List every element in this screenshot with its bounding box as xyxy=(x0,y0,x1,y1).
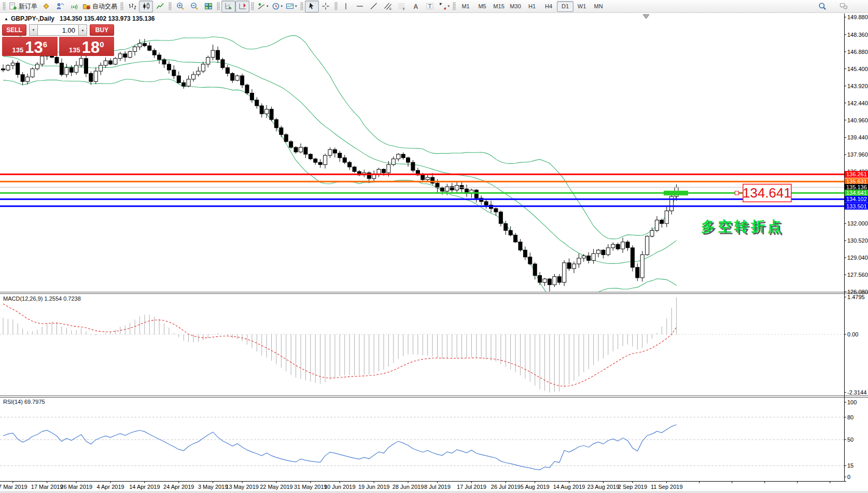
timeframe-m15-button[interactable]: M15 xyxy=(491,1,507,12)
trendline-button[interactable] xyxy=(367,1,381,12)
signals-button[interactable] xyxy=(67,1,81,12)
date-tick-label: 19 Jun 2019 xyxy=(358,484,390,490)
candle xyxy=(519,242,522,250)
candle xyxy=(206,57,210,64)
candle xyxy=(187,79,190,86)
templates-button[interactable]: ▾ xyxy=(284,1,299,12)
line-icon xyxy=(156,2,164,10)
annotation-text[interactable]: 多空转折点 xyxy=(701,219,784,234)
date-tick-label: 31 May 2019 xyxy=(294,484,327,490)
candle xyxy=(216,50,220,60)
candle xyxy=(221,60,225,68)
candle xyxy=(338,153,342,158)
candle xyxy=(69,68,73,73)
timeframe-m5-button[interactable]: M5 xyxy=(474,1,491,12)
candle xyxy=(553,277,556,285)
candle xyxy=(606,248,610,255)
price-tag-text: 134.102 xyxy=(846,196,867,202)
date-tick-label: 4 Apr 2019 xyxy=(96,484,124,490)
candle xyxy=(6,65,10,70)
candle xyxy=(309,154,312,159)
zoom-in-button[interactable] xyxy=(173,1,187,12)
chart-shift-button[interactable] xyxy=(235,1,249,12)
candle xyxy=(421,175,425,180)
zoom-out-button[interactable] xyxy=(187,1,201,12)
line-chart-button[interactable] xyxy=(153,1,167,12)
buy-price-figure: 135 xyxy=(69,46,80,54)
candle xyxy=(572,264,576,269)
autotrading-button[interactable]: 自动交易 xyxy=(81,1,119,12)
candle xyxy=(89,74,93,82)
oct-collapse-icon[interactable]: ▲ xyxy=(4,17,8,21)
candle xyxy=(314,159,317,162)
timeframe-h1-button[interactable]: H1 xyxy=(524,1,540,12)
profiles-button[interactable] xyxy=(53,1,67,12)
timeframe-m1-button[interactable]: M1 xyxy=(457,1,474,12)
chart-title-bar: ▲ GBPJPY-,Daily 134.350 135.402 133.973 … xyxy=(4,15,155,22)
candle xyxy=(123,54,127,58)
fibonacci-button[interactable]: F xyxy=(395,1,409,12)
candle xyxy=(582,256,585,258)
support-highlight-segment[interactable] xyxy=(664,191,688,195)
candle xyxy=(299,147,303,152)
volume-increase-button[interactable]: ▲ xyxy=(78,24,87,36)
candle xyxy=(353,167,356,172)
vertical-line-button[interactable] xyxy=(339,1,353,12)
candle xyxy=(40,56,44,64)
candle xyxy=(158,55,161,60)
timeframe-h4-button[interactable]: H4 xyxy=(540,1,557,12)
candle xyxy=(426,177,429,179)
date-tick-label: 10 Jun 2019 xyxy=(324,484,356,490)
toolbar-grip xyxy=(251,2,254,10)
candle xyxy=(265,109,269,114)
date-tick-label: 17 Mar 2019 xyxy=(31,484,63,490)
arrows-button[interactable]: ▾ xyxy=(437,1,452,12)
text-button[interactable]: A xyxy=(409,1,423,12)
timeframe-d1-button[interactable]: D1 xyxy=(557,1,573,12)
bar-chart-button[interactable] xyxy=(125,1,139,12)
buy-price-button[interactable]: 135180 xyxy=(59,37,115,56)
candle xyxy=(397,154,400,159)
volume-input[interactable] xyxy=(38,24,78,36)
volume-decrease-button[interactable]: ▼ xyxy=(29,24,38,36)
macd-label: MACD(12,26,9) 1.2554 0.7238 xyxy=(3,295,81,302)
date-tick-label: 17 Jul 2019 xyxy=(457,484,486,490)
indicators-button[interactable]: ▾ xyxy=(256,1,270,12)
tile-windows-button[interactable] xyxy=(201,1,215,12)
symbol-search-button[interactable] xyxy=(815,1,829,12)
new-order-button[interactable]: 新订单 xyxy=(7,1,39,12)
candlestick-chart-button[interactable] xyxy=(139,1,153,12)
equidistant-channel-button[interactable]: E xyxy=(381,1,395,12)
timeframe-mn-button[interactable]: MN xyxy=(590,1,607,12)
candle xyxy=(79,59,83,65)
timeframe-w1-button[interactable]: W1 xyxy=(573,1,590,12)
label-button[interactable]: T xyxy=(423,1,437,12)
periods-button[interactable]: ▾ xyxy=(270,1,285,12)
timeframe-m30-button[interactable]: M30 xyxy=(507,1,524,12)
price-tick-label: 132.000 xyxy=(847,220,868,227)
candle xyxy=(387,165,390,173)
candle xyxy=(611,244,615,248)
shift-icon xyxy=(239,2,247,10)
template-icon xyxy=(286,2,294,10)
chat-button[interactable] xyxy=(836,1,850,12)
indicators-icon xyxy=(257,2,265,10)
candle xyxy=(128,51,132,57)
chart-area[interactable]: 多空转折点多空转折点134.641149.880148.360146.88014… xyxy=(0,13,868,493)
arrows-icon xyxy=(439,2,447,10)
date-tick-label: 26 Jul 2019 xyxy=(491,484,521,490)
buy-button[interactable]: BUY xyxy=(90,24,114,36)
sell-price-pips: 13 xyxy=(25,41,43,54)
new-chart-button[interactable] xyxy=(39,1,53,12)
search-icon xyxy=(818,2,827,10)
sell-button[interactable]: SELL xyxy=(2,24,26,36)
crosshair-button[interactable] xyxy=(319,1,333,12)
sell-price-figure: 135 xyxy=(12,46,23,54)
auto-scroll-button[interactable] xyxy=(221,1,235,12)
candle xyxy=(114,59,117,64)
candle xyxy=(245,85,249,93)
price-tick-label: 137.960 xyxy=(847,151,868,158)
horizontal-line-button[interactable] xyxy=(353,1,367,12)
cursor-button[interactable] xyxy=(305,1,319,12)
sell-price-button[interactable]: 135136 xyxy=(2,37,58,56)
